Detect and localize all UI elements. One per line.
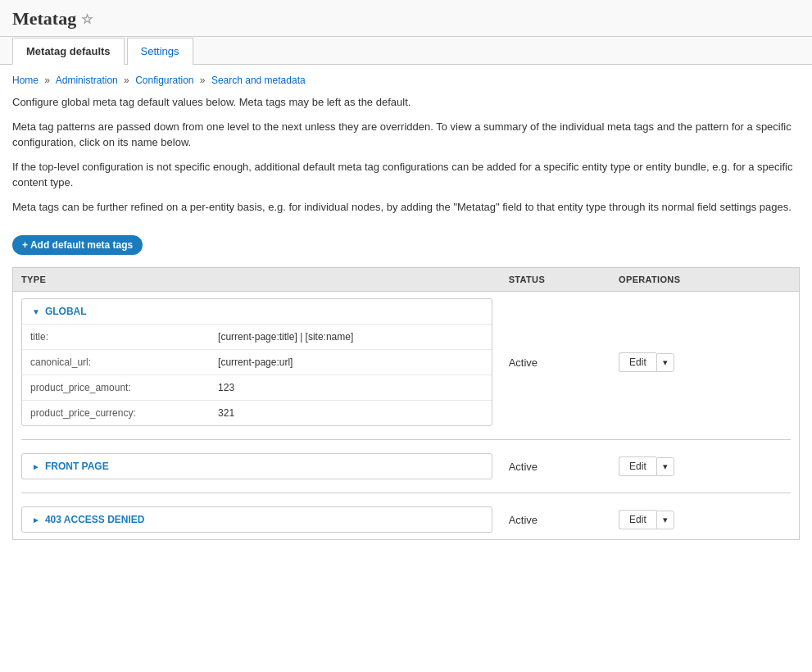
field-row: title: [current-page:title] | [site:name… bbox=[22, 325, 492, 350]
divider-row-1 bbox=[13, 486, 800, 500]
section-status-cell-front-page: Active bbox=[501, 447, 610, 486]
section-status-403-access-denied: Active bbox=[509, 514, 538, 526]
divider-row-0 bbox=[13, 433, 800, 447]
breadcrumb-search-metadata[interactable]: Search and metadata bbox=[211, 75, 306, 86]
field-key: canonical_url: bbox=[22, 350, 210, 375]
divider-cell-0 bbox=[13, 433, 800, 447]
field-key: product_price_currency: bbox=[22, 401, 210, 426]
col-header-type: TYPE bbox=[13, 268, 501, 292]
description-line2: Meta tag patterns are passed down from o… bbox=[12, 119, 800, 151]
table-header-row: TYPE STATUS OPERATIONS bbox=[13, 268, 800, 292]
field-row: product_price_currency: 321 bbox=[22, 401, 492, 426]
description-line4: Meta tags can be further refined on a pe… bbox=[12, 199, 800, 216]
section-box-front-page: ► FRONT PAGE bbox=[21, 453, 492, 479]
edit-btn-group-front-page: Edit ▾ bbox=[619, 456, 674, 476]
breadcrumb-home[interactable]: Home bbox=[12, 75, 39, 86]
breadcrumb-sep-2: » bbox=[124, 75, 129, 86]
section-ops-cell-403-access-denied: Edit ▾ bbox=[610, 500, 799, 540]
section-status-global: Active bbox=[509, 356, 538, 369]
breadcrumb: Home » Administration » Configuration » … bbox=[12, 75, 800, 86]
edit-button-front-page[interactable]: Edit bbox=[619, 456, 656, 476]
tab-metatag-defaults[interactable]: Metatag defaults bbox=[12, 38, 125, 65]
section-box-403-access-denied: ► 403 ACCESS DENIED bbox=[21, 506, 492, 533]
edit-btn-group-403-access-denied: Edit ▾ bbox=[619, 510, 674, 529]
page-header: Metatag ☆ Metatag defaults Settings bbox=[0, 0, 812, 65]
field-key: product_price_amount: bbox=[22, 375, 210, 401]
section-status-cell-403-access-denied: Active bbox=[501, 500, 610, 540]
page-title: Metatag ☆ bbox=[12, 8, 800, 30]
edit-button-403-access-denied[interactable]: Edit bbox=[619, 510, 656, 529]
section-header-403-access-denied[interactable]: ► 403 ACCESS DENIED bbox=[22, 507, 492, 532]
divider-cell-1 bbox=[13, 486, 800, 500]
section-label-403-access-denied: 403 ACCESS DENIED bbox=[45, 514, 145, 525]
section-label-global: GLOBAL bbox=[45, 306, 87, 317]
field-value: 123 bbox=[210, 375, 492, 401]
edit-button-global[interactable]: Edit bbox=[619, 352, 656, 372]
tabs-bar: Metatag defaults Settings bbox=[0, 37, 812, 65]
tab-settings[interactable]: Settings bbox=[127, 38, 193, 65]
section-ops-cell-global: Edit ▾ bbox=[610, 292, 799, 434]
field-value: 321 bbox=[210, 401, 492, 426]
description: Configure global meta tag default values… bbox=[12, 94, 800, 215]
star-icon[interactable]: ☆ bbox=[81, 11, 93, 27]
section-type-cell-403-access-denied: ► 403 ACCESS DENIED bbox=[13, 500, 501, 540]
breadcrumb-administration[interactable]: Administration bbox=[56, 75, 118, 86]
section-type-cell-global: ▼ GLOBAL title: [current-page:title] | [… bbox=[13, 292, 501, 434]
section-triangle-global: ▼ bbox=[32, 307, 40, 316]
description-line1: Configure global meta tag default values… bbox=[12, 94, 800, 111]
edit-btn-group-global: Edit ▾ bbox=[619, 352, 674, 372]
section-status-front-page: Active bbox=[509, 461, 538, 473]
field-row: product_price_amount: 123 bbox=[22, 375, 492, 401]
section-type-cell-front-page: ► FRONT PAGE bbox=[13, 447, 501, 486]
section-label-front-page: FRONT PAGE bbox=[45, 461, 109, 472]
main-table: TYPE STATUS OPERATIONS ▼ GLOBAL title: [… bbox=[12, 267, 800, 540]
edit-dropdown-arrow-front-page[interactable]: ▾ bbox=[656, 457, 674, 476]
breadcrumb-sep-3: » bbox=[200, 75, 206, 86]
field-value: [current-page:title] | [site:name] bbox=[210, 325, 492, 350]
section-ops-cell-front-page: Edit ▾ bbox=[610, 447, 799, 486]
edit-dropdown-arrow-403-access-denied[interactable]: ▾ bbox=[656, 511, 674, 529]
breadcrumb-configuration[interactable]: Configuration bbox=[135, 75, 193, 86]
field-value: [current-page:url] bbox=[210, 350, 492, 375]
section-status-cell-global: Active bbox=[501, 292, 610, 434]
content-area: Home » Administration » Configuration » … bbox=[0, 65, 812, 550]
section-header-global[interactable]: ▼ GLOBAL bbox=[22, 299, 492, 324]
section-box-global: ▼ GLOBAL title: [current-page:title] | [… bbox=[21, 298, 492, 426]
table-row-front-page: ► FRONT PAGE Active Edit ▾ bbox=[13, 447, 800, 486]
breadcrumb-sep-1: » bbox=[44, 75, 50, 86]
add-default-meta-tags-button[interactable]: + Add default meta tags bbox=[12, 235, 143, 255]
section-triangle-403-access-denied: ► bbox=[32, 515, 40, 524]
section-header-front-page[interactable]: ► FRONT PAGE bbox=[22, 454, 492, 479]
section-fields-global: title: [current-page:title] | [site:name… bbox=[22, 324, 492, 425]
field-key: title: bbox=[22, 325, 210, 350]
field-row: canonical_url: [current-page:url] bbox=[22, 350, 492, 375]
col-header-status: STATUS bbox=[501, 268, 610, 292]
table-row-global: ▼ GLOBAL title: [current-page:title] | [… bbox=[13, 292, 800, 434]
edit-dropdown-arrow-global[interactable]: ▾ bbox=[656, 353, 674, 372]
description-line3: If the top-level configuration is not sp… bbox=[12, 159, 800, 191]
table-row-403-access-denied: ► 403 ACCESS DENIED Active Edit ▾ bbox=[13, 500, 800, 540]
page-title-text: Metatag bbox=[12, 8, 76, 30]
section-triangle-front-page: ► bbox=[32, 462, 40, 471]
col-header-operations: OPERATIONS bbox=[610, 268, 799, 292]
